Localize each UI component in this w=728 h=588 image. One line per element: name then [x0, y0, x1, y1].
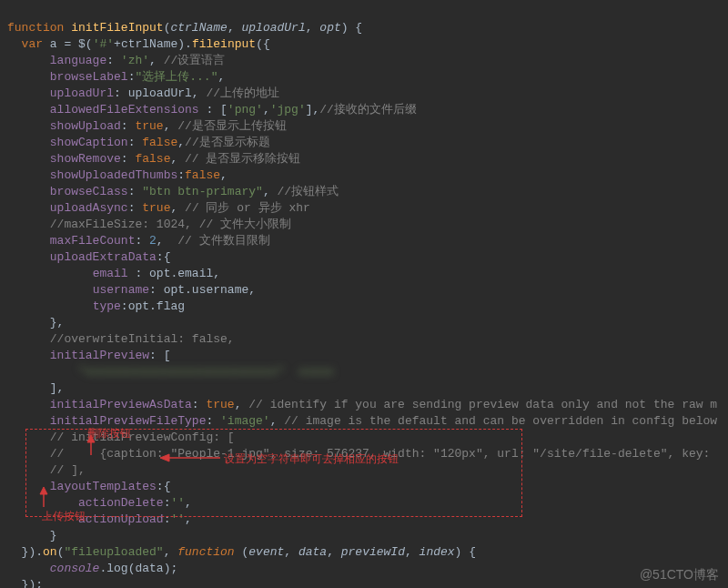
prop: showUploadedThumbs [50, 168, 177, 182]
var: ctrlName [121, 37, 177, 51]
prop: showCaption [50, 136, 128, 149]
bool: true [206, 398, 234, 411]
annotation-upload-label: 上传按钮 [42, 508, 86, 524]
str: "选择上传..." [135, 70, 217, 84]
comment: // ], [50, 463, 86, 477]
param: event [248, 545, 284, 559]
prop: initialPreviewAsData [50, 398, 192, 411]
comment: //按钮样式 [277, 185, 339, 198]
comment: // 同步 or 异步 xhr [185, 201, 310, 215]
str: 'image' [220, 414, 270, 428]
prop: maxFileCount [50, 234, 136, 248]
prop: browseClass [50, 185, 128, 198]
arrow-delete [86, 435, 96, 457]
param: data [298, 545, 327, 559]
comment: //接收的文件后缀 [319, 103, 417, 117]
kw-function: function [177, 545, 234, 559]
comment: // 文件数目限制 [177, 234, 269, 248]
str: '' [170, 512, 185, 526]
prop: initialPreview [50, 349, 149, 362]
prop: showRemove [50, 152, 121, 166]
num: 2 [149, 234, 157, 248]
code-block: function initFileInput(ctrlName, uploadU… [0, 0, 728, 588]
comment: // initialPreviewConfig: [ [50, 431, 235, 444]
str: 'zh' [121, 54, 149, 67]
svg-marker-3 [40, 487, 47, 494]
watermark: @51CTO博客 [640, 566, 719, 583]
prop: allowedFileExtensions [50, 103, 199, 117]
svg-marker-5 [160, 454, 169, 461]
comment: //是否显示标题 [185, 136, 270, 149]
comment: // identify if you are sending preview d… [248, 398, 717, 411]
var-a: a [50, 37, 57, 51]
prop: browseLabel [50, 70, 128, 84]
bool: true [135, 119, 163, 133]
param: index [420, 545, 455, 559]
param: previewId [341, 545, 405, 559]
method: fileinput [192, 37, 256, 51]
comment: //上传的地址 [206, 86, 279, 100]
param: ctrlName [170, 21, 227, 35]
comment: //maxFileSize: 1024, // 文件大小限制 [50, 218, 291, 231]
prop: showUpload [50, 119, 121, 133]
comment: //是否显示上传按钮 [177, 119, 287, 133]
comment: // 是否显示移除按钮 [185, 152, 300, 166]
comment: //overwriteInitial: false, [50, 332, 235, 346]
str: "btn btn-primary" [142, 185, 263, 198]
var: uploadUrl [128, 86, 192, 100]
kw-function: function [7, 21, 64, 35]
bool: false [135, 152, 170, 166]
param: opt [319, 21, 340, 35]
arrow-upload [38, 487, 49, 509]
prop: uploadAsync [50, 201, 128, 215]
prop: uploadUrl [50, 86, 114, 100]
prop: language [50, 54, 106, 67]
kw-var: var [22, 37, 43, 51]
bool: false [142, 136, 177, 149]
redacted-line: "xxxxxxxxxxxxxxxxxxxxxxxxxxx" xxxxx [78, 365, 334, 379]
comment: //设置语言 [164, 54, 226, 67]
str: '' [170, 496, 185, 510]
bool: true [142, 201, 170, 215]
param: uploadUrl [242, 21, 306, 35]
str: '#' [93, 37, 114, 51]
svg-marker-1 [87, 435, 95, 442]
bool: false [185, 168, 220, 182]
annotation-tip: 设置为空字符串即可去掉相应的按钮 [224, 451, 399, 467]
fn-name: initFileInput [71, 21, 163, 35]
prop: uploadExtraData [50, 250, 157, 264]
prop: layoutTemplates [50, 480, 157, 493]
arrow-tip [160, 451, 222, 464]
str: "fileuploaded" [64, 545, 163, 559]
comment: // image is the default and can be overr… [284, 414, 717, 428]
